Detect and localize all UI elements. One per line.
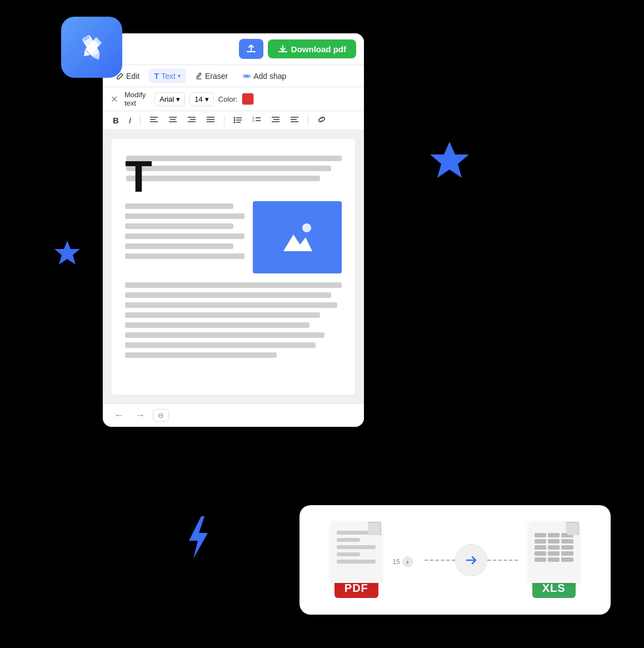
text-chevron-icon: ▾ (178, 73, 181, 79)
svg-marker-5 (430, 142, 469, 178)
text-line (125, 282, 342, 288)
font-size-chevron: ▾ (205, 95, 209, 103)
document-nav-bar: ← → ⊖ (103, 403, 364, 427)
prev-page-button[interactable]: ← (111, 408, 127, 422)
text-tool-button[interactable]: T Text ▾ (148, 68, 186, 83)
top-toolbar: Download pdf (103, 33, 364, 65)
indent-button[interactable] (269, 114, 282, 126)
bullet-list-button[interactable] (231, 114, 244, 126)
conversion-arrow (425, 544, 518, 576)
text-line (126, 156, 342, 161)
text-line (125, 312, 320, 318)
align-left-button[interactable] (147, 114, 161, 126)
text-tool-label: Text (161, 72, 176, 81)
close-modify-button[interactable]: ✕ (111, 94, 118, 104)
color-label: Color: (218, 95, 238, 103)
format-divider-3 (308, 115, 308, 126)
link-button[interactable] (315, 114, 328, 126)
arrow-circle (455, 544, 487, 576)
editor-panel: Download pdf Edit T Text ▾ Eraser (103, 33, 364, 427)
text-line (125, 302, 337, 308)
format-divider-2 (224, 115, 224, 126)
svg-marker-7 (189, 516, 208, 559)
add-shape-tool-button[interactable]: Add shap (237, 69, 292, 83)
svg-text:2.: 2. (252, 119, 255, 122)
svg-point-25 (234, 119, 236, 121)
svg-point-10 (245, 74, 248, 78)
bold-button[interactable]: B (111, 114, 121, 126)
font-size-value: 14 (194, 95, 202, 103)
upload-button[interactable] (239, 39, 263, 59)
zoom-out-icon: ⊖ (158, 411, 164, 420)
dashed-line-right (487, 560, 518, 561)
page-number: 15 (392, 558, 400, 566)
document-image (253, 201, 342, 273)
text-options-toolbar: ✕ Modifytext Arial ▾ 14 ▾ Color: (103, 87, 364, 111)
color-swatch[interactable] (242, 93, 254, 105)
file-line (337, 538, 360, 542)
xls-paper (529, 522, 579, 583)
text-line (125, 243, 233, 249)
app-icon (61, 17, 122, 78)
text-line (125, 233, 244, 239)
align-center-button[interactable] (166, 114, 179, 126)
format-divider-1 (140, 115, 141, 126)
next-page-button[interactable]: → (132, 408, 148, 422)
text-line (125, 332, 325, 338)
align-justify-button[interactable] (204, 114, 217, 126)
outdent-button[interactable] (288, 114, 301, 126)
tools-toolbar: Edit T Text ▾ Eraser Add shap (103, 65, 364, 87)
zoom-control[interactable]: ⊖ (153, 409, 169, 422)
file-line (337, 552, 360, 556)
svg-point-27 (234, 122, 236, 123)
document-area: T (103, 130, 364, 403)
align-right-button[interactable] (185, 114, 198, 126)
dashed-line-left (425, 560, 455, 561)
xls-file-icon: XLS (529, 522, 579, 598)
download-pdf-label: Download pdf (291, 44, 346, 54)
svg-point-41 (302, 223, 311, 232)
file-line (337, 531, 376, 535)
file-line (337, 545, 376, 549)
download-pdf-button[interactable]: Download pdf (268, 39, 356, 58)
eraser-tool-label: Eraser (205, 72, 228, 81)
lightning-icon (183, 515, 212, 562)
font-family-value: Arial (159, 95, 174, 103)
font-size-select[interactable]: 14 ▾ (189, 92, 213, 106)
text-line (125, 253, 244, 259)
text-line (125, 223, 233, 229)
text-line (125, 292, 331, 298)
text-line (125, 213, 244, 219)
document-page: T (112, 139, 355, 395)
eraser-tool-button[interactable]: Eraser (189, 69, 233, 83)
text-line (126, 176, 320, 181)
page-nav: 15 › (392, 556, 413, 567)
star-large-icon (427, 139, 472, 186)
edit-tool-label: Edit (126, 72, 139, 81)
document-drop-cap: T (125, 154, 152, 199)
add-shape-tool-label: Add shap (253, 72, 286, 81)
svg-marker-6 (54, 241, 80, 265)
text-line (125, 203, 233, 209)
font-family-chevron: ▾ (176, 95, 180, 103)
pdf-paper (331, 522, 381, 583)
italic-button[interactable]: I (127, 114, 133, 126)
convert-panel: PDF 15 › (299, 505, 611, 615)
text-line (125, 342, 316, 348)
text-line (125, 322, 309, 328)
pdf-file-icon: PDF (331, 522, 381, 598)
numbered-list-button[interactable]: 1.2. (250, 114, 263, 126)
modify-text-label: Modifytext (124, 91, 146, 107)
page-next-button[interactable]: › (402, 556, 413, 567)
star-small-icon (53, 239, 82, 270)
font-family-select[interactable]: Arial ▾ (154, 92, 185, 106)
file-line (337, 560, 376, 564)
svg-point-23 (234, 117, 236, 119)
text-line (126, 166, 331, 171)
formatting-toolbar: B I 1.2. (103, 111, 364, 130)
text-line (125, 352, 277, 358)
